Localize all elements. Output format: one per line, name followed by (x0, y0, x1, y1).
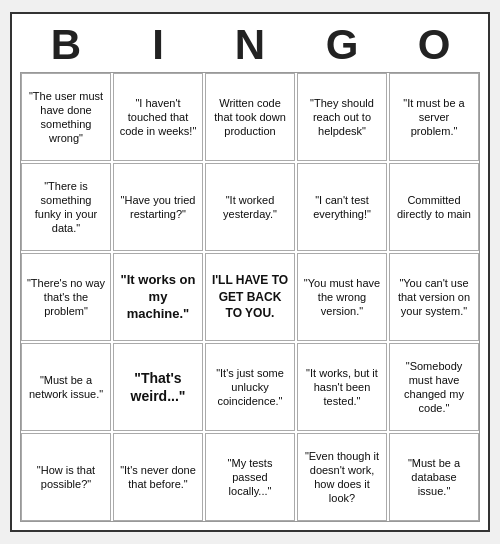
cell-3[interactable]: "They should reach out to helpdesk" (297, 73, 387, 161)
cell-23[interactable]: "Even though it doesn't work, how does i… (297, 433, 387, 521)
cell-9[interactable]: Committed directly to main (389, 163, 479, 251)
letter-g: G (298, 22, 386, 68)
bingo-card: B I N G O "The user must have done somet… (10, 12, 490, 532)
cell-10[interactable]: "There's no way that's the problem" (21, 253, 111, 341)
cell-0[interactable]: "The user must have done something wrong… (21, 73, 111, 161)
cell-7[interactable]: "It worked yesterday." (205, 163, 295, 251)
cell-16[interactable]: "That's weird..." (113, 343, 203, 431)
cell-2[interactable]: Written code that took down production (205, 73, 295, 161)
cell-6[interactable]: "Have you tried restarting?" (113, 163, 203, 251)
cell-20[interactable]: "How is that possible?" (21, 433, 111, 521)
cell-17[interactable]: "It's just some unlucky coincidence." (205, 343, 295, 431)
bingo-header: B I N G O (20, 22, 480, 68)
cell-13[interactable]: "You must have the wrong version." (297, 253, 387, 341)
cell-22[interactable]: "My tests passed locally..." (205, 433, 295, 521)
cell-5[interactable]: "There is something funky in your data." (21, 163, 111, 251)
letter-b: B (22, 22, 110, 68)
cell-14[interactable]: "You can't use that version on your syst… (389, 253, 479, 341)
cell-4[interactable]: "It must be a server problem." (389, 73, 479, 161)
cell-19[interactable]: "Somebody must have changed my code." (389, 343, 479, 431)
cell-21[interactable]: "It's never done that before." (113, 433, 203, 521)
cell-11[interactable]: "It works on my machine." (113, 253, 203, 341)
cell-24[interactable]: "Must be a database issue." (389, 433, 479, 521)
letter-o: O (390, 22, 478, 68)
letter-i: I (114, 22, 202, 68)
cell-12[interactable]: I'LL HAVE TO GET BACK TO YOU. (205, 253, 295, 341)
cell-15[interactable]: "Must be a network issue." (21, 343, 111, 431)
cell-8[interactable]: "I can't test everything!" (297, 163, 387, 251)
bingo-grid: "The user must have done something wrong… (20, 72, 480, 522)
letter-n: N (206, 22, 294, 68)
cell-18[interactable]: "It works, but it hasn't been tested." (297, 343, 387, 431)
cell-1[interactable]: "I haven't touched that code in weeks!" (113, 73, 203, 161)
